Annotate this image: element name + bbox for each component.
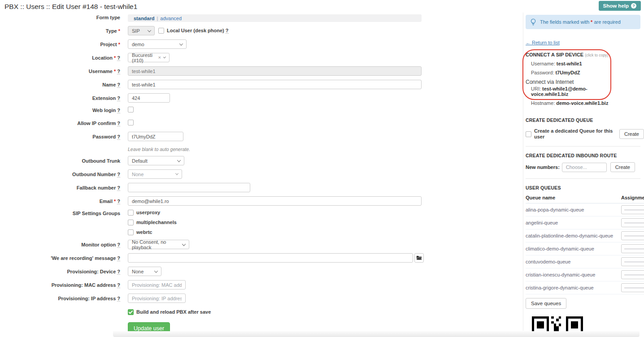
user-queues-heading: USER QUEUES	[526, 185, 644, 190]
group-checkbox[interactable]	[128, 210, 134, 216]
lightbulb-icon	[530, 18, 536, 26]
queue-row: cristian-ionescu-dynamic-queue ---------…	[526, 268, 644, 281]
email-row: Email*?	[0, 196, 523, 206]
password-note: Leave blank to auto generate.	[128, 147, 190, 152]
queue-name-column-header: Queue name	[526, 195, 621, 200]
type-label: Type*	[0, 26, 128, 34]
local-user-checkbox[interactable]	[158, 28, 164, 34]
create-route-button[interactable]: Create	[610, 162, 635, 172]
location-select[interactable]: Bucuresti (#10) ×	[128, 53, 170, 62]
new-numbers-input[interactable]	[562, 163, 607, 172]
assignment-select[interactable]: ----------------	[621, 205, 644, 214]
help-icon[interactable]: ?	[117, 199, 120, 204]
queue-name: alina-popa-dynamic-queue	[526, 207, 621, 212]
user-queues-table: Queue name Assignment alina-popa-dynamic…	[526, 195, 644, 294]
help-icon[interactable]: ?	[117, 55, 120, 61]
sip-password-line[interactable]: Password: t7UmyDdZ	[531, 70, 615, 75]
sip-settings-group-list: userproxy multiplechannels webrtc	[128, 210, 177, 235]
sip-uri-line[interactable]: URI: test-while1@demo-voice.while1.biz	[531, 86, 615, 97]
group-label: multiplechannels	[136, 220, 177, 225]
location-label: Location*?	[0, 53, 128, 60]
assignment-select[interactable]: ----------------	[621, 218, 644, 227]
return-to-list-link[interactable]: ← Return to list	[526, 40, 560, 45]
queue-name: catalin-plationline-demo-dynamic-queue	[526, 233, 621, 238]
pbx-edit-user-page: PBX :: Users :: Edit User #148 - test-wh…	[0, 0, 644, 337]
sip-hostname-line[interactable]: Hostname: demo-voice.while1.biz	[531, 100, 615, 106]
clear-selection-icon[interactable]: ×	[158, 55, 163, 60]
help-icon[interactable]: ?	[117, 95, 120, 101]
assignment-select[interactable]: ----------------	[621, 257, 644, 266]
provisioning-mac-field[interactable]	[128, 280, 186, 289]
assignment-select[interactable]: ----------------	[621, 270, 644, 279]
group-label: webrtc	[136, 229, 152, 235]
help-icon[interactable]: ?	[117, 172, 120, 177]
queue-row: catalin-plationline-demo-dynamic-queue -…	[526, 229, 644, 242]
browse-files-button[interactable]	[414, 253, 424, 263]
queue-name: cristian-ionescu-dynamic-queue	[526, 272, 621, 277]
provisioning-ip-field[interactable]	[128, 294, 186, 303]
name-field[interactable]	[128, 80, 422, 89]
chevron-down-icon	[175, 172, 178, 175]
provisioning-mac-label: Provisioning: MAC address?	[0, 280, 128, 288]
assignment-select[interactable]: ----------------	[621, 283, 644, 292]
sip-settings-groups-row: SIP Settings Groups userproxy multiplech…	[0, 210, 523, 235]
outbound-trunk-select[interactable]: Default	[128, 156, 184, 165]
footer-bar	[113, 331, 640, 337]
provisioning-ip-label: Provisioning: IP address?	[0, 294, 128, 301]
assignment-select[interactable]: ----------------	[621, 231, 644, 240]
outbound-number-select[interactable]: None	[128, 169, 182, 179]
fallback-number-field[interactable]	[128, 183, 250, 192]
help-icon[interactable]: ?	[117, 108, 120, 113]
chevron-down-icon	[177, 158, 181, 162]
allow-ip-confirm-checkbox[interactable]	[128, 120, 134, 125]
provisioning-mac-row: Provisioning: MAC address?	[0, 280, 523, 289]
username-field	[128, 66, 422, 76]
password-label: Password?	[0, 132, 128, 139]
chevron-down-icon	[154, 269, 158, 272]
assignment-select[interactable]: ----------------	[621, 244, 644, 253]
folder-icon	[416, 255, 422, 260]
sip-settings-groups-label: SIP Settings Groups	[0, 210, 128, 216]
show-help-button[interactable]: Show help ?	[599, 1, 641, 11]
password-field[interactable]	[128, 132, 183, 141]
monitor-option-label: Monitor option?	[0, 240, 128, 247]
sip-username-line[interactable]: Username: test-while1	[531, 61, 615, 66]
local-user-label: Local User (desk phone)?	[167, 28, 229, 34]
group-checkbox[interactable]	[128, 229, 134, 235]
form-type-advanced-link[interactable]: advanced	[160, 16, 182, 21]
help-icon[interactable]: ?	[226, 28, 229, 34]
help-icon[interactable]: ?	[117, 69, 120, 74]
help-icon[interactable]: ?	[117, 121, 120, 126]
build-reload-checkbox[interactable]	[128, 309, 134, 315]
form-type-standard[interactable]: standard	[134, 16, 154, 21]
help-icon[interactable]: ?	[117, 282, 120, 288]
queue-name: climatico-demo-dynamic-queue	[526, 246, 621, 251]
extension-row: Extension?	[0, 93, 523, 103]
monitor-option-select[interactable]: No Consent, no playback	[128, 240, 189, 249]
type-row: Type* SIP Local User (desk phone)?	[0, 26, 523, 35]
provisioning-ip-row: Provisioning: IP address?	[0, 294, 523, 303]
group-checkbox[interactable]	[128, 220, 134, 225]
dedicated-queue-checkbox[interactable]	[526, 131, 531, 137]
help-icon[interactable]: ?	[117, 185, 120, 191]
save-queues-button[interactable]: Save queues	[526, 298, 566, 309]
help-icon[interactable]: ?	[117, 269, 120, 275]
type-select[interactable]: SIP	[128, 26, 155, 35]
help-icon[interactable]: ?	[117, 134, 120, 140]
provisioning-device-select[interactable]: None	[128, 267, 161, 276]
help-icon[interactable]: ?	[117, 242, 120, 248]
help-icon[interactable]: ?	[117, 82, 120, 88]
sip-settings-group-option: userproxy	[128, 210, 177, 216]
create-queue-button[interactable]: Create	[619, 129, 644, 139]
email-field[interactable]	[128, 196, 422, 206]
recording-message-field[interactable]	[128, 253, 413, 263]
help-icon[interactable]: ?	[117, 296, 120, 302]
assignment-column-header: Assignment	[621, 195, 644, 200]
outbound-trunk-label: Outbound Trunk	[0, 156, 128, 164]
page-title: PBX :: Users :: Edit User #148 - test-wh…	[4, 3, 137, 11]
help-icon[interactable]: ?	[117, 255, 120, 261]
web-login-checkbox[interactable]	[128, 107, 134, 112]
sip-device-heading: CONNECT A SIP DEVICE (click to copy)	[526, 52, 615, 57]
project-select[interactable]: demo	[128, 39, 187, 49]
extension-field[interactable]	[128, 93, 170, 103]
